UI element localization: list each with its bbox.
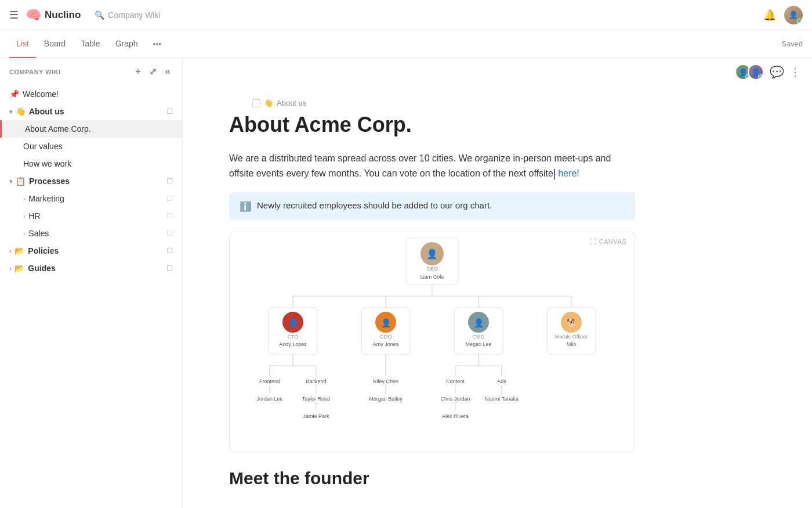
sidebar-item-label: About Acme Corp. xyxy=(25,124,173,134)
add-item-icon[interactable]: + xyxy=(133,65,143,78)
sidebar-item-how-we-work[interactable]: How we work xyxy=(0,155,182,172)
svg-text:CEO: CEO xyxy=(426,266,438,272)
svg-text:👤: 👤 xyxy=(288,318,299,328)
sidebar-item-sales[interactable]: › Sales ☐ xyxy=(0,225,182,242)
tab-list[interactable]: List xyxy=(9,30,36,58)
sidebar-item-hr[interactable]: › HR ☐ xyxy=(0,207,182,225)
sidebar-item-guides[interactable]: › 📂 Guides ☐ xyxy=(0,260,182,277)
view-tabs: List Board Table Graph ••• Saved xyxy=(0,30,812,58)
expand-arrow-icon: › xyxy=(9,248,11,254)
search-icon: 🔍 xyxy=(95,10,104,20)
expand-arrow-icon: › xyxy=(23,196,25,202)
svg-text:👤: 👤 xyxy=(381,318,392,328)
info-icon: ℹ️ xyxy=(240,201,251,212)
sidebar-item-label: Marketing xyxy=(28,194,163,203)
item-checkbox: ☐ xyxy=(166,247,173,255)
logo-text: Nuclino xyxy=(45,9,81,21)
chevron-down-icon: ▾ xyxy=(9,109,12,115)
svg-text:Megan Lee: Megan Lee xyxy=(465,341,491,347)
document-paragraph: We are a distributed team spread across … xyxy=(229,151,635,181)
sidebar-item-label: Our values xyxy=(23,142,173,151)
org-chart-svg: CEO Liam Cole 👤 👤 CTO Andy Lopez xyxy=(230,232,635,441)
sidebar-item-our-values[interactable]: Our values xyxy=(0,138,182,155)
content-area: 👤 👤 💬 ⋮ 👋 About us About Acme Corp. xyxy=(183,58,812,508)
expand-arrow-icon: › xyxy=(23,213,25,219)
svg-text:Alex Rivera: Alex Rivera xyxy=(442,413,469,419)
item-checkbox: ☐ xyxy=(166,212,173,220)
sidebar-item-label: Policies xyxy=(28,246,163,255)
chevron-down-icon: ▾ xyxy=(9,178,12,185)
svg-text:🐕: 🐕 xyxy=(567,318,577,328)
sidebar-item-welcome[interactable]: 📌 Welcome! xyxy=(0,85,182,103)
svg-text:Backend: Backend xyxy=(306,379,326,384)
sidebar-item-policies[interactable]: › 📂 Policies ☐ xyxy=(0,242,182,260)
item-checkbox: ☐ xyxy=(166,194,173,203)
sidebar-item-marketing[interactable]: › Marketing ☐ xyxy=(0,190,182,207)
item-checkbox: ☐ xyxy=(166,264,173,272)
online-dot xyxy=(758,74,763,79)
user-avatar[interactable]: 👤 xyxy=(784,6,803,24)
main-layout: COMPANY WIKI + ⤢ « 📌 Welcome! ▾ 👋 About … xyxy=(0,58,812,508)
svg-text:👤: 👤 xyxy=(474,318,484,328)
svg-text:Liam Cole: Liam Cole xyxy=(420,274,444,280)
svg-text:Naomi Tanaka: Naomi Tanaka xyxy=(485,396,518,402)
logo-icon: 🧠 xyxy=(26,8,41,23)
more-options-icon[interactable]: ••• xyxy=(148,37,166,51)
breadcrumb-icon: 👋 xyxy=(264,99,273,107)
workspace-label: COMPANY WIKI xyxy=(9,69,61,75)
tab-board[interactable]: Board xyxy=(37,30,72,58)
svg-text:Morale Officer: Morale Officer xyxy=(555,334,588,340)
item-checkbox: ☐ xyxy=(166,107,173,116)
collab-avatar-2: 👤 xyxy=(748,64,764,80)
menu-icon[interactable]: ☰ xyxy=(9,9,19,21)
logo[interactable]: 🧠 Nuclino xyxy=(26,8,81,23)
item-checkbox: ☐ xyxy=(166,229,173,237)
canvas-icon: ⛶ xyxy=(590,238,597,245)
breadcrumb-checkbox[interactable] xyxy=(252,99,260,107)
cursor xyxy=(554,169,555,179)
more-options-icon[interactable]: ⋮ xyxy=(790,66,800,78)
info-text: Newly recruited employees should be adde… xyxy=(257,200,492,210)
canvas-block: ⛶ CANVAS CEO Liam Cole 👤 xyxy=(229,232,635,452)
breadcrumb: 👋 About us xyxy=(229,89,635,107)
collab-avatars: 👤 👤 xyxy=(735,64,764,80)
processes-icon: 📋 xyxy=(16,176,26,186)
svg-text:CTO: CTO xyxy=(288,334,299,340)
comment-icon[interactable]: 💬 xyxy=(770,65,784,79)
tab-table[interactable]: Table xyxy=(74,30,107,58)
bell-icon[interactable]: 🔔 xyxy=(763,9,776,21)
sidebar-item-about-acme[interactable]: About Acme Corp. xyxy=(0,120,182,138)
svg-text:Andy Lopez: Andy Lopez xyxy=(279,341,307,347)
svg-text:Milo: Milo xyxy=(567,341,577,347)
sidebar-item-label: Guides xyxy=(28,264,163,273)
tab-graph[interactable]: Graph xyxy=(108,30,145,58)
svg-text:Frontend: Frontend xyxy=(259,379,280,384)
svg-text:Riley Chen: Riley Chen xyxy=(373,379,398,384)
svg-text:COO: COO xyxy=(380,334,392,340)
search-bar[interactable]: 🔍 Company Wiki xyxy=(95,10,160,20)
expand-icon[interactable]: ⤢ xyxy=(147,65,160,78)
collapse-sidebar-icon[interactable]: « xyxy=(163,65,173,78)
pin-icon: 📌 xyxy=(9,89,19,99)
sidebar-item-label: How we work xyxy=(23,159,173,168)
top-bar: ☰ 🧠 Nuclino 🔍 Company Wiki 🔔 👤 xyxy=(0,0,812,30)
sidebar-item-about-us[interactable]: ▾ 👋 About us ☐ xyxy=(0,103,182,120)
sidebar-header: COMPANY WIKI + ⤢ « xyxy=(0,58,182,85)
expand-arrow-icon: › xyxy=(9,265,11,272)
svg-text:Amy Jones: Amy Jones xyxy=(373,341,399,347)
document-title: About Acme Corp. xyxy=(229,112,635,137)
svg-text:CMO: CMO xyxy=(473,334,485,340)
here-link[interactable]: here xyxy=(558,168,577,178)
sidebar-item-processes[interactable]: ▾ 📋 Processes ☐ xyxy=(0,172,182,190)
top-bar-right: 🔔 👤 xyxy=(763,6,803,24)
svg-text:Jordan Lee: Jordan Lee xyxy=(256,396,282,402)
sidebar-item-label: Sales xyxy=(28,229,163,238)
about-icon: 👋 xyxy=(16,107,26,116)
svg-text:Content: Content xyxy=(446,379,465,384)
canvas-label: ⛶ CANVAS xyxy=(590,238,626,245)
content-body: 👋 About us About Acme Corp. We are a dis… xyxy=(183,80,682,508)
svg-text:Ads: Ads xyxy=(497,379,506,384)
svg-text:👤: 👤 xyxy=(426,248,438,260)
item-checkbox: ☐ xyxy=(166,177,173,185)
search-text: Company Wiki xyxy=(108,10,160,20)
